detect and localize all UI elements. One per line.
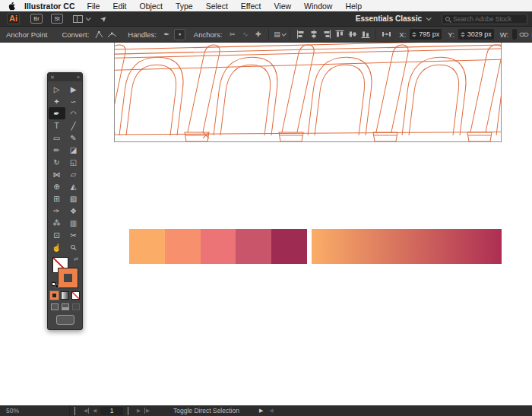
isolate-selection-icon[interactable]: ▤ bbox=[274, 29, 285, 40]
paintbrush-tool[interactable]: ✎ bbox=[65, 132, 82, 144]
menu-select[interactable]: Select bbox=[206, 2, 228, 11]
swatch-step-3[interactable] bbox=[201, 229, 236, 264]
shape-builder-tool[interactable]: ⊕ bbox=[49, 180, 65, 192]
gradient-bar[interactable] bbox=[312, 229, 502, 264]
selection-tool[interactable]: ▶ bbox=[65, 83, 82, 95]
apple-menu-icon[interactable] bbox=[8, 2, 15, 11]
swap-fill-stroke-icon[interactable]: ⇄ bbox=[74, 256, 78, 262]
swatch-step-5[interactable] bbox=[271, 229, 307, 264]
draw-inside-icon[interactable] bbox=[72, 303, 80, 310]
shaper-tool[interactable]: ✏ bbox=[49, 144, 65, 156]
zoom-level-field[interactable]: 50% bbox=[0, 405, 70, 416]
symbol-sprayer-tool[interactable]: ⁂ bbox=[49, 217, 65, 229]
hide-handles-icon[interactable]: ▪ bbox=[174, 29, 185, 40]
last-artboard-icon[interactable]: ▶ bbox=[144, 408, 150, 414]
slice-tool[interactable]: ✂ bbox=[65, 229, 82, 241]
tools-panel-header[interactable]: ✕ » bbox=[48, 73, 82, 81]
remove-anchors-icon[interactable]: ✂ bbox=[226, 29, 238, 40]
cut-path-icon[interactable]: ✚ bbox=[252, 29, 264, 40]
convert-smooth-icon[interactable] bbox=[106, 29, 118, 40]
none-button[interactable] bbox=[71, 291, 80, 300]
eyedropper-tool[interactable]: ✑ bbox=[49, 205, 65, 217]
menu-help[interactable]: Help bbox=[345, 2, 362, 11]
show-handles-icon[interactable]: ✒ bbox=[161, 29, 173, 40]
menu-bar: Illustrator CC File Edit Object Type Sel… bbox=[0, 0, 532, 11]
magic-wand-tool[interactable]: ✦ bbox=[49, 95, 65, 107]
arrange-documents-button[interactable] bbox=[73, 15, 90, 23]
panel-close-icon[interactable]: ✕ bbox=[50, 75, 55, 81]
default-fill-stroke-icon[interactable] bbox=[52, 282, 59, 288]
menu-view[interactable]: View bbox=[274, 2, 292, 11]
zoom-menu-chevron-icon[interactable] bbox=[70, 407, 80, 414]
rectangle-tool[interactable]: ▭ bbox=[49, 132, 65, 144]
align-horizontal-center-icon[interactable] bbox=[308, 29, 319, 40]
workspace-switcher[interactable]: Essentials Classic bbox=[356, 14, 430, 23]
zoom-tool[interactable]: ⚲ bbox=[65, 241, 82, 253]
line-segment-tool[interactable]: ╱ bbox=[65, 119, 82, 132]
panel-collapse-icon[interactable]: » bbox=[77, 75, 80, 80]
perspective-grid-tool[interactable]: ◭ bbox=[65, 180, 82, 192]
menu-edit[interactable]: Edit bbox=[112, 2, 126, 11]
free-transform-tool[interactable]: ▱ bbox=[65, 168, 82, 180]
artboard-number-field[interactable]: 1 bbox=[100, 407, 123, 415]
scale-tool[interactable]: ◱ bbox=[65, 156, 82, 168]
stroke-color-swatch[interactable] bbox=[59, 268, 78, 287]
pen-tool[interactable]: ✒ bbox=[49, 107, 65, 119]
menu-effect[interactable]: Effect bbox=[241, 2, 261, 11]
color-button[interactable] bbox=[50, 291, 59, 300]
canvas[interactable]: ✕ » ▷ ▶ ✦ ∽ ✒ ◠ T ╱ ▭ ✎ ✏ ◪ ↻ ◱ ⋈ ▱ ⊕ ◭ … bbox=[0, 43, 532, 405]
bridge-button[interactable]: Br bbox=[30, 14, 43, 24]
menu-app-name[interactable]: Illustrator CC bbox=[24, 2, 75, 11]
lasso-tool[interactable]: ∽ bbox=[65, 95, 82, 107]
link-dimensions-icon[interactable] bbox=[518, 29, 530, 40]
menu-object[interactable]: Object bbox=[140, 2, 163, 11]
column-graph-tool[interactable]: ▥ bbox=[65, 217, 82, 229]
next-artboard-icon[interactable]: ▶ bbox=[137, 408, 141, 414]
eraser-tool[interactable]: ◪ bbox=[65, 144, 82, 156]
menu-window[interactable]: Window bbox=[304, 2, 332, 11]
first-artboard-icon[interactable]: ◀ bbox=[84, 408, 89, 414]
gradient-button[interactable] bbox=[61, 291, 69, 300]
draw-behind-icon[interactable] bbox=[62, 303, 69, 310]
status-menu-arrow-icon[interactable]: ▶ bbox=[259, 408, 263, 414]
menu-type[interactable]: Type bbox=[176, 2, 193, 11]
x-position-field[interactable]: 795 px bbox=[410, 29, 442, 40]
swatch-step-2[interactable] bbox=[165, 229, 201, 264]
align-left-icon[interactable] bbox=[295, 29, 306, 40]
connect-anchors-icon[interactable]: ∿ bbox=[239, 29, 251, 40]
tools-panel[interactable]: ✕ » ▷ ▶ ✦ ∽ ✒ ◠ T ╱ ▭ ✎ ✏ ◪ ↻ ◱ ⋈ ▱ ⊕ ◭ … bbox=[47, 72, 83, 330]
width-tool[interactable]: ⋈ bbox=[49, 168, 65, 180]
convert-corner-icon[interactable] bbox=[93, 29, 105, 40]
rotate-tool[interactable]: ↻ bbox=[49, 156, 65, 168]
artboard[interactable] bbox=[114, 43, 502, 142]
previous-artboard-icon[interactable]: ◀ bbox=[93, 408, 97, 414]
stepped-swatch-bar[interactable] bbox=[129, 229, 307, 264]
arch-line-artwork[interactable] bbox=[115, 43, 501, 141]
menu-file[interactable]: File bbox=[87, 2, 100, 11]
hand-tool[interactable]: ☝ bbox=[49, 241, 65, 253]
swatch-step-1[interactable] bbox=[129, 229, 165, 264]
artboard-menu-chevron-icon[interactable] bbox=[123, 407, 133, 414]
stock-button[interactable]: St bbox=[51, 14, 63, 24]
align-top-icon[interactable] bbox=[334, 29, 345, 40]
direct-selection-tool[interactable]: ▷ bbox=[49, 83, 65, 95]
distribute-icon[interactable] bbox=[381, 29, 392, 40]
artboard-tool[interactable]: ⊡ bbox=[49, 229, 65, 241]
mesh-tool[interactable]: ⊞ bbox=[49, 192, 65, 205]
type-tool[interactable]: T bbox=[49, 119, 65, 132]
stepper-icon[interactable] bbox=[412, 32, 416, 37]
blend-tool[interactable]: ❖ bbox=[65, 205, 82, 217]
draw-normal-icon[interactable] bbox=[51, 303, 59, 310]
align-right-icon[interactable] bbox=[321, 29, 332, 40]
y-position-field[interactable]: 3029 px bbox=[458, 29, 494, 40]
share-icon[interactable]: ➤ bbox=[98, 14, 109, 24]
align-bottom-icon[interactable] bbox=[359, 29, 371, 40]
width-field[interactable] bbox=[512, 29, 517, 40]
adobe-stock-search-input[interactable]: Search Adobe Stock bbox=[442, 14, 527, 24]
screen-mode-button[interactable] bbox=[56, 315, 74, 325]
swatch-step-4[interactable] bbox=[236, 229, 271, 264]
stepper-icon[interactable] bbox=[461, 32, 465, 37]
curvature-tool[interactable]: ◠ bbox=[65, 107, 82, 119]
align-vertical-center-icon[interactable] bbox=[347, 29, 358, 40]
gradient-tool[interactable]: ▧ bbox=[65, 192, 82, 205]
